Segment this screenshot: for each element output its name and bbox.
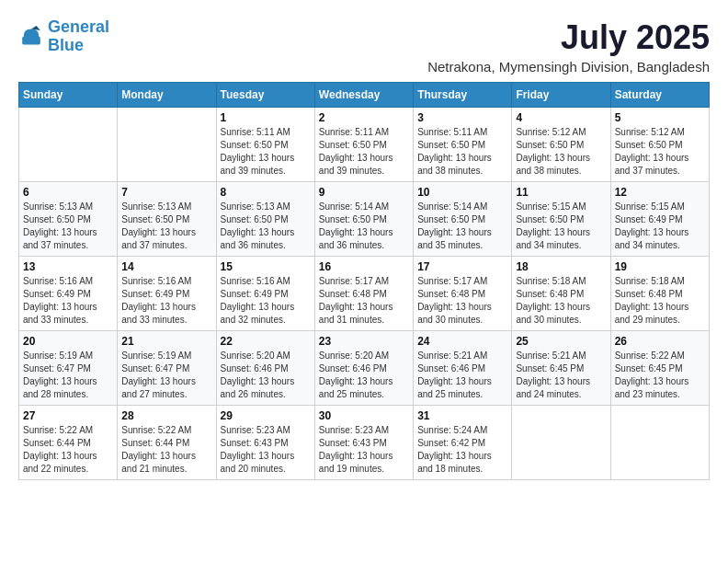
- table-row: 27Sunrise: 5:22 AMSunset: 6:44 PMDayligh…: [19, 406, 118, 480]
- day-info: Sunrise: 5:14 AMSunset: 6:50 PMDaylight:…: [319, 201, 409, 252]
- logo: General Blue: [18, 18, 109, 55]
- day-info: Sunrise: 5:20 AMSunset: 6:46 PMDaylight:…: [221, 350, 311, 401]
- day-number: 2: [319, 111, 409, 124]
- day-number: 16: [319, 260, 409, 273]
- day-info: Sunrise: 5:20 AMSunset: 6:46 PMDaylight:…: [319, 350, 409, 401]
- calendar-table: Sunday Monday Tuesday Wednesday Thursday…: [18, 82, 710, 480]
- table-row: 8Sunrise: 5:13 AMSunset: 6:50 PMDaylight…: [216, 182, 314, 257]
- col-tuesday: Tuesday: [216, 83, 314, 108]
- day-number: 12: [615, 186, 705, 199]
- day-info: Sunrise: 5:22 AMSunset: 6:44 PMDaylight:…: [121, 424, 211, 476]
- day-info: Sunrise: 5:23 AMSunset: 6:43 PMDaylight:…: [319, 424, 409, 476]
- table-row: 15Sunrise: 5:16 AMSunset: 6:49 PMDayligh…: [216, 257, 314, 331]
- table-row: 2Sunrise: 5:11 AMSunset: 6:50 PMDaylight…: [314, 108, 413, 182]
- col-wednesday: Wednesday: [314, 83, 413, 108]
- table-row: [610, 406, 709, 480]
- day-number: 7: [121, 186, 211, 199]
- table-row: 21Sunrise: 5:19 AMSunset: 6:47 PMDayligh…: [118, 331, 216, 406]
- calendar-week-row: 6Sunrise: 5:13 AMSunset: 6:50 PMDaylight…: [19, 182, 710, 257]
- day-info: Sunrise: 5:16 AMSunset: 6:49 PMDaylight:…: [121, 275, 211, 327]
- day-number: 24: [417, 335, 507, 348]
- day-info: Sunrise: 5:15 AMSunset: 6:50 PMDaylight:…: [516, 201, 606, 252]
- day-info: Sunrise: 5:12 AMSunset: 6:50 PMDaylight:…: [615, 126, 705, 178]
- day-info: Sunrise: 5:12 AMSunset: 6:50 PMDaylight:…: [516, 126, 606, 178]
- day-info: Sunrise: 5:15 AMSunset: 6:49 PMDaylight:…: [615, 201, 705, 252]
- day-number: 11: [516, 186, 606, 199]
- day-number: 30: [319, 409, 409, 422]
- table-row: 19Sunrise: 5:18 AMSunset: 6:48 PMDayligh…: [610, 257, 709, 331]
- day-number: 4: [516, 111, 606, 124]
- table-row: 24Sunrise: 5:21 AMSunset: 6:46 PMDayligh…: [414, 331, 512, 406]
- table-row: 25Sunrise: 5:21 AMSunset: 6:45 PMDayligh…: [512, 331, 610, 406]
- day-info: Sunrise: 5:11 AMSunset: 6:50 PMDaylight:…: [417, 126, 507, 178]
- table-row: 14Sunrise: 5:16 AMSunset: 6:49 PMDayligh…: [118, 257, 216, 331]
- location-subtitle: Netrakona, Mymensingh Division, Banglade…: [427, 59, 710, 75]
- day-info: Sunrise: 5:13 AMSunset: 6:50 PMDaylight:…: [23, 201, 113, 252]
- day-number: 29: [221, 409, 311, 422]
- day-number: 31: [417, 409, 507, 422]
- calendar-week-row: 13Sunrise: 5:16 AMSunset: 6:49 PMDayligh…: [19, 257, 710, 331]
- day-info: Sunrise: 5:13 AMSunset: 6:50 PMDaylight:…: [121, 201, 211, 252]
- day-number: 23: [319, 335, 409, 348]
- day-info: Sunrise: 5:18 AMSunset: 6:48 PMDaylight:…: [615, 275, 705, 327]
- calendar-header-row: Sunday Monday Tuesday Wednesday Thursday…: [19, 83, 710, 108]
- table-row: 30Sunrise: 5:23 AMSunset: 6:43 PMDayligh…: [314, 406, 413, 480]
- table-row: 22Sunrise: 5:20 AMSunset: 6:46 PMDayligh…: [216, 331, 314, 406]
- calendar-week-row: 20Sunrise: 5:19 AMSunset: 6:47 PMDayligh…: [19, 331, 710, 406]
- day-info: Sunrise: 5:23 AMSunset: 6:43 PMDaylight:…: [221, 424, 311, 476]
- calendar-week-row: 1Sunrise: 5:11 AMSunset: 6:50 PMDaylight…: [19, 108, 710, 182]
- table-row: [512, 406, 610, 480]
- day-info: Sunrise: 5:16 AMSunset: 6:49 PMDaylight:…: [23, 275, 113, 327]
- col-saturday: Saturday: [610, 83, 709, 108]
- col-thursday: Thursday: [414, 83, 512, 108]
- col-monday: Monday: [118, 83, 216, 108]
- day-number: 5: [615, 111, 705, 124]
- day-number: 26: [615, 335, 705, 348]
- day-info: Sunrise: 5:21 AMSunset: 6:45 PMDaylight:…: [516, 350, 606, 401]
- table-row: 18Sunrise: 5:18 AMSunset: 6:48 PMDayligh…: [512, 257, 610, 331]
- day-number: 8: [221, 186, 311, 199]
- table-row: 5Sunrise: 5:12 AMSunset: 6:50 PMDaylight…: [610, 108, 709, 182]
- day-number: 3: [417, 111, 507, 124]
- day-number: 27: [23, 409, 113, 422]
- day-number: 25: [516, 335, 606, 348]
- logo-text: General Blue: [48, 18, 109, 55]
- day-number: 19: [615, 260, 705, 273]
- table-row: 1Sunrise: 5:11 AMSunset: 6:50 PMDaylight…: [216, 108, 314, 182]
- day-number: 18: [516, 260, 606, 273]
- table-row: 17Sunrise: 5:17 AMSunset: 6:48 PMDayligh…: [414, 257, 512, 331]
- logo-icon: [18, 24, 44, 50]
- month-year-title: July 2025: [427, 18, 710, 57]
- svg-rect-0: [22, 37, 40, 44]
- day-number: 28: [121, 409, 211, 422]
- day-info: Sunrise: 5:11 AMSunset: 6:50 PMDaylight:…: [221, 126, 311, 178]
- table-row: 3Sunrise: 5:11 AMSunset: 6:50 PMDaylight…: [414, 108, 512, 182]
- day-number: 17: [417, 260, 507, 273]
- table-row: 13Sunrise: 5:16 AMSunset: 6:49 PMDayligh…: [19, 257, 118, 331]
- day-info: Sunrise: 5:22 AMSunset: 6:44 PMDaylight:…: [23, 424, 113, 476]
- table-row: [118, 108, 216, 182]
- day-number: 13: [23, 260, 113, 273]
- day-info: Sunrise: 5:18 AMSunset: 6:48 PMDaylight:…: [516, 275, 606, 327]
- day-number: 9: [319, 186, 409, 199]
- day-info: Sunrise: 5:13 AMSunset: 6:50 PMDaylight:…: [221, 201, 311, 252]
- calendar-week-row: 27Sunrise: 5:22 AMSunset: 6:44 PMDayligh…: [19, 406, 710, 480]
- table-row: 26Sunrise: 5:22 AMSunset: 6:45 PMDayligh…: [610, 331, 709, 406]
- table-row: 12Sunrise: 5:15 AMSunset: 6:49 PMDayligh…: [610, 182, 709, 257]
- day-info: Sunrise: 5:24 AMSunset: 6:42 PMDaylight:…: [417, 424, 507, 476]
- table-row: 29Sunrise: 5:23 AMSunset: 6:43 PMDayligh…: [216, 406, 314, 480]
- day-number: 21: [121, 335, 211, 348]
- day-number: 6: [23, 186, 113, 199]
- day-info: Sunrise: 5:16 AMSunset: 6:49 PMDaylight:…: [221, 275, 311, 327]
- table-row: 16Sunrise: 5:17 AMSunset: 6:48 PMDayligh…: [314, 257, 413, 331]
- day-number: 1: [221, 111, 311, 124]
- day-info: Sunrise: 5:21 AMSunset: 6:46 PMDaylight:…: [417, 350, 507, 401]
- table-row: 20Sunrise: 5:19 AMSunset: 6:47 PMDayligh…: [19, 331, 118, 406]
- table-row: 6Sunrise: 5:13 AMSunset: 6:50 PMDaylight…: [19, 182, 118, 257]
- day-info: Sunrise: 5:17 AMSunset: 6:48 PMDaylight:…: [319, 275, 409, 327]
- day-info: Sunrise: 5:11 AMSunset: 6:50 PMDaylight:…: [319, 126, 409, 178]
- day-info: Sunrise: 5:19 AMSunset: 6:47 PMDaylight:…: [121, 350, 211, 401]
- day-info: Sunrise: 5:14 AMSunset: 6:50 PMDaylight:…: [417, 201, 507, 252]
- day-info: Sunrise: 5:19 AMSunset: 6:47 PMDaylight:…: [23, 350, 113, 401]
- page-header: General Blue July 2025 Netrakona, Mymens…: [18, 18, 710, 75]
